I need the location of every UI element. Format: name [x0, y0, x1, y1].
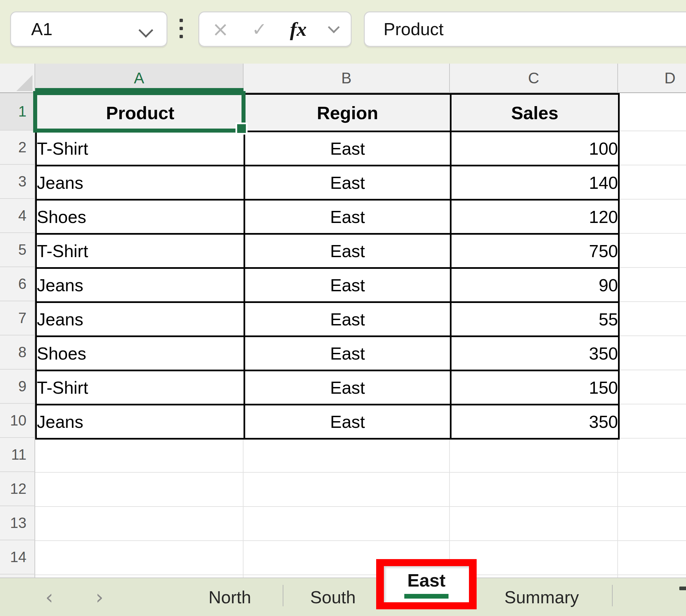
gridline — [618, 370, 686, 370]
gridline — [618, 301, 686, 302]
cell-c2[interactable]: 100 — [451, 132, 619, 166]
select-all-corner[interactable] — [0, 64, 35, 93]
vertical-dots-separator-icon — [179, 19, 183, 38]
cell-a10[interactable]: Jeans — [36, 405, 244, 439]
row-header-4[interactable]: 4 — [0, 199, 35, 233]
cell-a7[interactable]: Jeans — [36, 302, 244, 336]
row-header-12[interactable]: 12 — [0, 472, 35, 506]
spreadsheet-app: A1 × ✓ fx Product A B C D 1 2 3 4 5 6 7 … — [0, 0, 686, 616]
gridline — [618, 335, 686, 336]
insert-function-fx-icon[interactable]: fx — [290, 18, 307, 41]
fx-chevron-down-icon[interactable] — [328, 21, 340, 33]
cell-b7[interactable]: East — [244, 302, 451, 336]
row-header-14[interactable]: 14 — [0, 540, 35, 574]
table-row: Jeans East 55 — [36, 302, 619, 336]
sheet-tab-bar: ‹ › North South Summary — [0, 577, 686, 616]
gridline — [617, 438, 618, 577]
add-sheet-icon-partial[interactable] — [679, 587, 686, 590]
table-row: Shoes East 350 — [36, 336, 619, 371]
table-row: Product Region Sales — [36, 94, 619, 132]
red-highlight-annotation: East — [376, 559, 477, 609]
tab-separator — [612, 585, 613, 606]
tab-separator — [283, 585, 283, 606]
row-header-2[interactable]: 2 — [0, 131, 35, 165]
cell-b9[interactable]: East — [244, 371, 451, 405]
cell-a6[interactable]: Jeans — [36, 268, 244, 302]
cell-b4[interactable]: East — [244, 200, 451, 234]
gridline — [618, 131, 686, 131]
name-box[interactable]: A1 — [10, 12, 168, 47]
cell-c7[interactable]: 55 — [451, 302, 619, 336]
cell-c5[interactable]: 750 — [451, 234, 619, 268]
table-row: T-Shirt East 750 — [36, 234, 619, 268]
formula-bar-area: A1 × ✓ fx Product — [0, 0, 686, 64]
gridline — [618, 404, 686, 404]
gridline — [618, 267, 686, 268]
table-row: T-Shirt East 150 — [36, 371, 619, 405]
cancel-icon[interactable]: × — [212, 17, 229, 41]
cell-a5[interactable]: T-Shirt — [36, 234, 244, 268]
table-row: Jeans East 140 — [36, 166, 619, 200]
row-header-7[interactable]: 7 — [0, 301, 35, 335]
gridline — [35, 506, 686, 507]
enter-icon[interactable]: ✓ — [252, 19, 267, 40]
corner-triangle-icon — [16, 75, 33, 91]
row-header-1[interactable]: 1 — [0, 93, 35, 131]
gridline — [618, 438, 686, 439]
cell-a3[interactable]: Jeans — [36, 166, 244, 200]
sheet-nav-right-icon[interactable]: › — [88, 578, 111, 616]
formula-buttons-group: × ✓ fx — [198, 12, 352, 47]
row-header-9[interactable]: 9 — [0, 370, 35, 404]
cell-c8[interactable]: 350 — [451, 336, 619, 371]
sheet-tab-summary[interactable]: Summary — [495, 578, 588, 616]
table-row: Jeans East 90 — [36, 268, 619, 302]
row-header-8[interactable]: 8 — [0, 335, 35, 370]
table-row: Shoes East 120 — [36, 200, 619, 234]
table-row: T-Shirt East 100 — [36, 132, 619, 166]
cell-b3[interactable]: East — [244, 166, 451, 200]
formula-input[interactable]: Product — [364, 12, 686, 47]
cell-c10[interactable]: 350 — [451, 405, 619, 439]
active-tab-underline — [404, 594, 449, 599]
gridline — [449, 438, 450, 577]
cell-b2[interactable]: East — [244, 132, 451, 166]
cell-b8[interactable]: East — [244, 336, 451, 371]
cell-a9[interactable]: T-Shirt — [36, 371, 244, 405]
sheet-tab-north[interactable]: North — [188, 578, 272, 616]
cell-c4[interactable]: 120 — [451, 200, 619, 234]
row-header-10[interactable]: 10 — [0, 404, 35, 438]
cell-a1[interactable]: Product — [36, 94, 244, 132]
sheet-nav-left-icon[interactable]: ‹ — [38, 578, 61, 616]
cell-b1[interactable]: Region — [244, 94, 451, 132]
row-header-11[interactable]: 11 — [0, 438, 35, 472]
gridline — [243, 438, 243, 577]
cell-c1[interactable]: Sales — [451, 94, 619, 132]
cell-b5[interactable]: East — [244, 234, 451, 268]
cell-c6[interactable]: 90 — [451, 268, 619, 302]
row-header-5[interactable]: 5 — [0, 233, 35, 267]
gridline — [618, 199, 686, 200]
sheet-tab-east-label: East — [407, 570, 446, 591]
selected-column-indicator — [35, 88, 243, 93]
row-header-3[interactable]: 3 — [0, 165, 35, 199]
cell-b10[interactable]: East — [244, 405, 451, 439]
sheet-tab-south[interactable]: South — [291, 578, 375, 616]
sheet-tab-east[interactable]: East — [384, 566, 469, 602]
cell-c3[interactable]: 140 — [451, 166, 619, 200]
row-header-6[interactable]: 6 — [0, 267, 35, 301]
cell-b6[interactable]: East — [244, 268, 451, 302]
cell-a4[interactable]: Shoes — [36, 200, 244, 234]
gridline — [618, 165, 686, 166]
column-header-c[interactable]: C — [450, 64, 618, 93]
column-header-b[interactable]: B — [243, 64, 450, 93]
row-header-15-partial[interactable] — [0, 574, 35, 577]
cell-a8[interactable]: Shoes — [36, 336, 244, 371]
gridline — [35, 574, 686, 575]
cell-a2[interactable]: T-Shirt — [36, 132, 244, 166]
column-header-d[interactable]: D — [618, 64, 686, 93]
data-table: Product Region Sales T-Shirt East 100 Je… — [35, 93, 620, 440]
name-box-chevron-down-icon[interactable] — [139, 23, 153, 38]
cell-c9[interactable]: 150 — [451, 371, 619, 405]
gridline — [35, 472, 686, 473]
row-header-13[interactable]: 13 — [0, 506, 35, 540]
